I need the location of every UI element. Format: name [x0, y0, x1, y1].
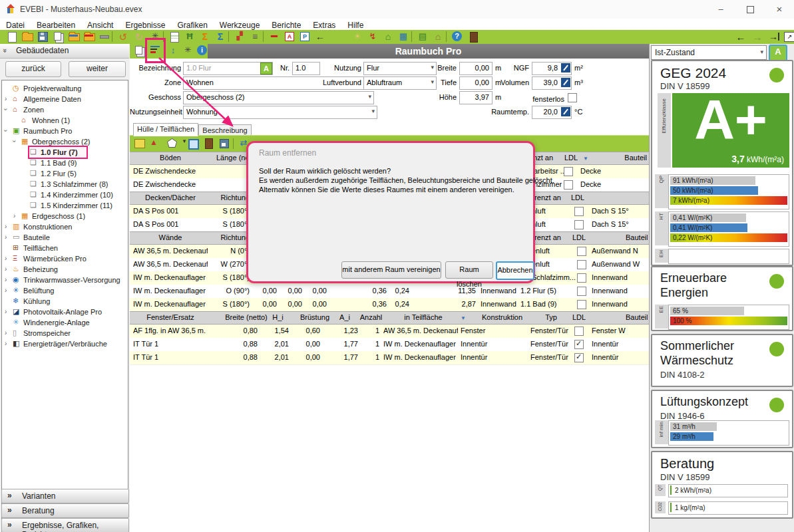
table-row[interactable]: IT Tür 10,882,010,001,771IW m. Deckenauf… [130, 351, 649, 365]
table-row[interactable]: IT Tür 10,882,010,001,771IW m. Deckenauf… [130, 338, 649, 352]
row-checkbox[interactable] [574, 340, 584, 349]
row-checkbox[interactable] [577, 300, 586, 309]
sidebar-item-1-5-kinderzimmer-11-[interactable]: ❏1.5 Kinderzimmer (11) [2, 200, 126, 211]
sidebar-item-beheizung[interactable]: ›♨Beheizung [2, 264, 126, 275]
menu-item-extras[interactable]: Extras [307, 20, 341, 31]
next-button[interactable]: weiter [69, 61, 126, 77]
save-icon[interactable] [218, 138, 232, 150]
tree-expander-icon[interactable]: › [5, 287, 7, 294]
minimize-button[interactable]: – [706, 0, 735, 19]
tree-expander-icon[interactable]: › [5, 233, 7, 241]
brush-icon[interactable]: ▬ [268, 31, 281, 43]
wizard-icon[interactable]: ✳ [181, 45, 194, 57]
sort-icon[interactable]: ↕ [166, 45, 180, 57]
sidebar-item-photovoltaik-anlage-pro[interactable]: ›◪Photovoltaik-Anlage Pro [2, 307, 126, 317]
form-field[interactable]: 9,8 [532, 62, 572, 75]
edit-pencil-icon[interactable] [561, 107, 570, 116]
tree-expander-icon[interactable]: › [5, 329, 7, 336]
row-checkbox[interactable] [577, 273, 586, 283]
sidebar-item-wohnen-1-[interactable]: ⌂Wohnen (1) [2, 115, 126, 126]
nav-forward-icon[interactable]: → [751, 31, 764, 43]
tree-expander-icon[interactable]: › [5, 223, 7, 230]
import-project-icon[interactable] [67, 31, 81, 43]
form-field[interactable]: 0,00 [459, 76, 493, 90]
edit-pencil-icon[interactable] [561, 78, 570, 87]
sidebar-item-konstruktionen[interactable]: ›▥Konstruktionen [2, 221, 126, 232]
row-checkbox[interactable] [574, 207, 584, 216]
sort-triangle-icon[interactable]: ▼ [583, 156, 588, 162]
sidebar-panel-ergebnisse-grafiken-berichte[interactable]: »Ergebnisse, Grafiken, Berichte [1, 518, 129, 532]
menu-item-hilfe[interactable]: Hilfe [341, 20, 369, 31]
p-frame-icon[interactable]: P [298, 31, 311, 43]
chart-window-icon[interactable]: ↗ [783, 31, 794, 43]
wall-icon[interactable] [166, 138, 179, 150]
table-row[interactable]: IW m. Deckenauflager Po...S (180°)0,000,… [130, 298, 649, 312]
dialog-button-abbrechen[interactable]: Abbrechen [496, 261, 534, 280]
copy-room-icon[interactable] [133, 45, 146, 57]
menu-item-ergebnisse[interactable]: Ergebnisse [119, 20, 171, 31]
row-checkbox[interactable] [564, 167, 573, 176]
sort-triangle-icon[interactable]: ▼ [461, 315, 466, 321]
row-checkbox[interactable] [574, 220, 584, 229]
sidebar-item-1-1-bad-9-[interactable]: ❏1.1 Bad (9) [2, 158, 126, 168]
demo-icon[interactable] [98, 31, 111, 43]
tree-expander-icon[interactable]: › [11, 140, 18, 142]
dialog-button-mit-anderem-raum-vereinigen[interactable]: mit anderem Raum vereinigen [341, 261, 441, 279]
form-field[interactable]: 1.0 Flur [183, 62, 273, 75]
sidebar-item-1-3-schlafzimmer-8-[interactable]: ❏1.3 Schlafzimmer (8) [2, 179, 126, 190]
form-field[interactable]: 20,0 [532, 106, 572, 119]
form-field[interactable]: 3,97 [459, 91, 493, 104]
house-energy-icon[interactable]: ⌂ [381, 31, 395, 43]
form-field[interactable]: 0,00 [459, 62, 493, 75]
tree-expander-icon[interactable]: › [5, 95, 7, 102]
nav-last-icon[interactable]: → [767, 31, 780, 43]
copy-icon[interactable] [52, 31, 65, 43]
list-icon[interactable]: ≡ [248, 31, 262, 43]
export-project-icon[interactable] [83, 31, 96, 43]
row-checkbox[interactable] [574, 353, 584, 362]
fensterlos-checkbox[interactable] [568, 93, 577, 102]
balance-icon[interactable]: Ħ [183, 31, 196, 43]
row-checkbox[interactable] [577, 260, 586, 269]
form-field[interactable]: 1.0 [292, 62, 320, 75]
tab-h-lle-teilfl-chen[interactable]: Hülle / Teilflächen [133, 123, 198, 136]
sidebar-item-w-rmebr-cken-pro[interactable]: ›ΞWärmebrücken Pro [2, 253, 126, 264]
tree-expander-icon[interactable]: › [13, 212, 15, 219]
tree-expander-icon[interactable]: › [5, 340, 7, 347]
new-document-icon[interactable] [5, 31, 19, 43]
sidebar-item-projektverwaltung[interactable]: ◷Projektverwaltung [2, 83, 126, 94]
sidebar-panel-beratung[interactable]: »Beratung [1, 503, 129, 518]
table-row[interactable]: IW m. Deckenauflager Po...O (90°)0,000,0… [130, 285, 649, 299]
redo-icon[interactable]: ↻ [132, 31, 146, 43]
dialog-button-raum-l-schen[interactable]: Raum löschen [445, 261, 493, 279]
tree-expander-icon[interactable]: › [2, 130, 9, 132]
sidebar-item-stromspeicher[interactable]: ›▯Stromspeicher [2, 328, 126, 338]
tree-expander-icon[interactable]: › [5, 255, 7, 262]
maximize-button[interactable] [735, 0, 765, 19]
sidebar-item-teilfl-chen[interactable]: ⊞Teilflächen [2, 243, 126, 253]
sidebar-item-1-2-flur-5-[interactable]: ❏1.2 Flur (5) [2, 168, 126, 179]
state-selector[interactable]: Ist-Zustand ▾ [651, 45, 767, 60]
menu-item-datei[interactable]: Datei [0, 20, 31, 31]
row-checkbox[interactable] [577, 247, 586, 256]
undo-icon[interactable]: ↺ [116, 31, 130, 43]
tree-expander-icon[interactable]: › [2, 108, 9, 110]
a-frame-icon[interactable]: A [283, 31, 296, 43]
auto-calc-button[interactable]: A [769, 45, 787, 61]
sidebar-item-raumbuch-pro[interactable]: ›▣Raumbuch Pro [2, 126, 126, 136]
table-icon[interactable]: ▦ [397, 31, 410, 43]
row-checkbox[interactable] [564, 180, 573, 190]
back-arrow-icon[interactable]: ← [313, 31, 327, 43]
row-checkbox[interactable] [574, 327, 584, 336]
schema-icon[interactable]: ▞ [233, 31, 246, 43]
sidebar-item-windenergie-anlage[interactable]: ✳Windenergie-Anlage [2, 317, 126, 328]
menu-item-bearbeiten[interactable]: Bearbeiten [31, 20, 81, 31]
sun-icon[interactable]: ☀ [351, 31, 364, 43]
door-icon[interactable] [202, 138, 216, 150]
close-button[interactable]: × [765, 0, 794, 19]
report-icon[interactable]: ▤ [416, 31, 429, 43]
floor-icon[interactable] [133, 138, 146, 150]
help-icon[interactable]: ? [451, 31, 464, 43]
report-page-icon[interactable] [168, 31, 181, 43]
sidebar-panel-varianten[interactable]: »Varianten [1, 489, 129, 503]
